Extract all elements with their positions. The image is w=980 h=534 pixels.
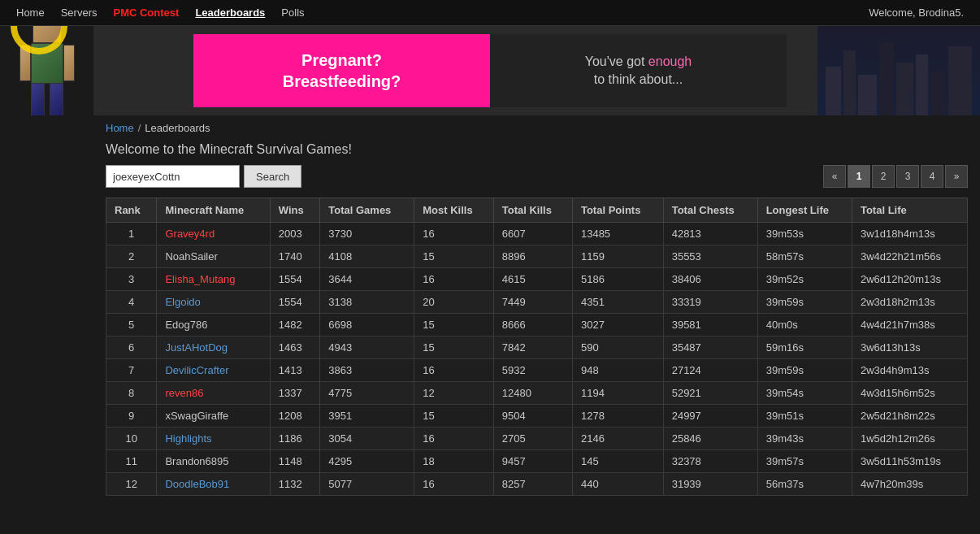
cell-total-life: 2w5d21h8m22s (852, 405, 967, 428)
cell-total-points: 13485 (572, 223, 663, 245)
cell-rank: 2 (106, 245, 157, 268)
banner-right: You've got enough to think about... (490, 34, 787, 107)
cell-total-games: 6698 (320, 314, 414, 336)
cell-total-kills: 8257 (493, 473, 572, 496)
cell-longest-life: 59m16s (757, 336, 852, 359)
table-row: 8reven8613374775121248011945292139m54s4w… (106, 382, 968, 405)
cell-rank: 7 (106, 359, 157, 382)
cell-name[interactable]: reven86 (157, 382, 270, 405)
cell-most-kills: 12 (414, 382, 493, 405)
pagination-next[interactable]: » (945, 165, 968, 188)
cell-most-kills: 20 (414, 291, 493, 314)
cell-total-games: 3863 (320, 359, 414, 382)
cell-total-kills: 9457 (493, 450, 572, 473)
cell-name[interactable]: Elisha_Mutang (157, 268, 270, 291)
cell-total-games: 4775 (320, 382, 414, 405)
col-rank: Rank (106, 198, 157, 223)
breadcrumb-home[interactable]: Home (106, 122, 134, 134)
pagination-page-1[interactable]: 1 (848, 165, 870, 188)
cell-total-chests: 31939 (663, 473, 757, 496)
cell-rank: 11 (106, 450, 157, 473)
cell-name[interactable]: Gravey4rd (157, 223, 270, 245)
cell-wins: 1554 (270, 291, 319, 314)
nav-home[interactable]: Home (16, 7, 45, 19)
cell-longest-life: 39m43s (757, 428, 852, 450)
cell-wins: 1148 (270, 450, 319, 473)
pagination-page-3[interactable]: 3 (896, 165, 919, 188)
banner-right-text: You've got enough to think about... (585, 53, 692, 89)
pagination-prev[interactable]: « (823, 165, 846, 188)
table-row: 3Elisha_Mutang1554364416461551863840639m… (106, 268, 968, 291)
cell-total-chests: 39581 (663, 314, 757, 336)
content-area: Home / Leaderboards Welcome to the Minec… (93, 115, 980, 534)
cell-wins: 1554 (270, 268, 319, 291)
cell-total-points: 3027 (572, 314, 663, 336)
sidebar (0, 115, 93, 534)
cell-total-games: 3138 (320, 291, 414, 314)
banner-left-text: Pregnant? Breastfeeding? (283, 50, 401, 92)
cell-total-life: 3w5d11h53m19s (852, 450, 967, 473)
col-name: Minecraft Name (157, 198, 270, 223)
table-row: 7DevilicCrafter141338631659329482712439m… (106, 359, 968, 382)
cell-longest-life: 39m52s (757, 268, 852, 291)
col-total-games: Total Games (320, 198, 414, 223)
search-left: Search (106, 165, 301, 188)
col-total-life: Total Life (852, 198, 967, 223)
cell-name[interactable]: DoodleBob91 (157, 473, 270, 496)
cell-rank: 3 (106, 268, 157, 291)
cell-wins: 1186 (270, 428, 319, 450)
cell-total-life: 2w3d4h9m13s (852, 359, 967, 382)
cell-total-points: 145 (572, 450, 663, 473)
cell-name[interactable]: Edog786 (157, 314, 270, 336)
leaderboard-table: Rank Minecraft Name Wins Total Games Mos… (106, 198, 968, 496)
page-title: Welcome to the Minecraft Survival Games! (106, 142, 968, 157)
cell-total-kills: 5932 (493, 359, 572, 382)
cell-total-chests: 35487 (663, 336, 757, 359)
cell-longest-life: 39m53s (757, 223, 852, 245)
cell-total-kills: 9504 (493, 405, 572, 428)
nav-polls[interactable]: Polls (281, 7, 304, 19)
cell-total-kills: 12480 (493, 382, 572, 405)
nav-welcome: Welcome, Brodina5. (869, 7, 964, 19)
cell-total-games: 5077 (320, 473, 414, 496)
cell-total-life: 4w3d15h6m52s (852, 382, 967, 405)
cell-name[interactable]: Elgoido (157, 291, 270, 314)
cell-total-chests: 27124 (663, 359, 757, 382)
cell-total-chests: 33319 (663, 291, 757, 314)
cell-most-kills: 15 (414, 245, 493, 268)
cell-total-points: 948 (572, 359, 663, 382)
cell-most-kills: 16 (414, 223, 493, 245)
cell-name[interactable]: JustAHotDog (157, 336, 270, 359)
cell-total-kills: 2705 (493, 428, 572, 450)
col-total-chests: Total Chests (663, 198, 757, 223)
cell-longest-life: 58m57s (757, 245, 852, 268)
cell-total-life: 1w5d2h12m26s (852, 428, 967, 450)
cell-total-points: 5186 (572, 268, 663, 291)
cell-name[interactable]: Highlights (157, 428, 270, 450)
cell-name[interactable]: Brandon6895 (157, 450, 270, 473)
cell-rank: 10 (106, 428, 157, 450)
cell-total-points: 1194 (572, 382, 663, 405)
pagination-page-2[interactable]: 2 (872, 165, 895, 188)
cell-total-games: 4108 (320, 245, 414, 268)
cell-total-chests: 35553 (663, 245, 757, 268)
cell-wins: 1337 (270, 382, 319, 405)
pagination-page-4[interactable]: 4 (921, 165, 943, 188)
cell-wins: 1413 (270, 359, 319, 382)
page-wrapper: Home / Leaderboards Welcome to the Minec… (0, 115, 980, 534)
nav-pmc-contest[interactable]: PMC Contest (113, 7, 179, 19)
search-input[interactable] (106, 165, 240, 188)
cell-wins: 2003 (270, 223, 319, 245)
cell-rank: 9 (106, 405, 157, 428)
cell-name[interactable]: NoahSailer (157, 245, 270, 268)
cell-name[interactable]: xSwagGiraffe (157, 405, 270, 428)
cell-total-points: 1159 (572, 245, 663, 268)
cell-wins: 1132 (270, 473, 319, 496)
cell-rank: 12 (106, 473, 157, 496)
nav-servers[interactable]: Servers (61, 7, 98, 19)
breadcrumb: Home / Leaderboards (106, 122, 968, 134)
cell-name[interactable]: DevilicCrafter (157, 359, 270, 382)
search-button[interactable]: Search (244, 165, 301, 188)
nav-leaderboards[interactable]: Leaderboards (195, 7, 265, 19)
advertisement-banner[interactable]: Pregnant? Breastfeeding? You've got enou… (193, 34, 787, 107)
